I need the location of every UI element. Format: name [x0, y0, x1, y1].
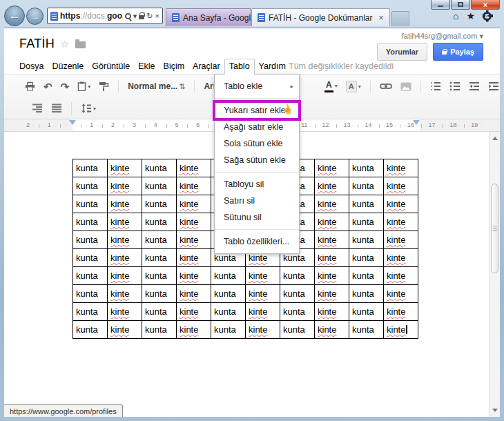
- comments-button[interactable]: Yorumlar: [377, 43, 427, 61]
- table-cell[interactable]: kinte: [108, 249, 142, 267]
- table-menu-item[interactable]: Satırı sil: [215, 193, 299, 209]
- table-cell[interactable]: kunta: [142, 321, 177, 339]
- table-cell[interactable]: kinte: [177, 159, 211, 177]
- table-menu-item[interactable]: Aşağı satır ekle: [215, 119, 299, 135]
- table-cell[interactable]: kinte: [315, 213, 349, 231]
- table-cell[interactable]: kinte: [246, 285, 280, 303]
- table-cell[interactable]: kinte: [246, 267, 280, 285]
- table-cell[interactable]: kunta: [142, 195, 177, 213]
- insert-image-button[interactable]: [398, 80, 414, 93]
- line-spacing-button[interactable]: ▾: [78, 101, 99, 115]
- table-cell[interactable]: kunta: [73, 159, 108, 177]
- minimize-button[interactable]: [431, 0, 450, 10]
- account-menu[interactable]: fatih44srg@gmail.com ▾: [402, 32, 483, 41]
- table-cell[interactable]: kunta: [211, 303, 246, 321]
- table-cell[interactable]: kunta: [211, 321, 246, 339]
- table-cell[interactable]: kunta: [73, 285, 108, 303]
- star-document-icon[interactable]: ☆: [60, 38, 69, 50]
- table-menu-item[interactable]: Sağa sütun ekle: [215, 152, 299, 168]
- table-cell[interactable]: kinte: [315, 177, 349, 195]
- left-indent-marker[interactable]: [69, 120, 76, 125]
- table-cell[interactable]: kinte: [384, 249, 418, 267]
- table-cell[interactable]: kinte: [246, 321, 280, 339]
- table-cell[interactable]: kinte: [177, 321, 211, 339]
- table-cell[interactable]: kinte: [315, 195, 349, 213]
- table-cell[interactable]: kunta: [142, 213, 177, 231]
- gear-icon[interactable]: [483, 12, 492, 21]
- table-cell[interactable]: kinte: [315, 231, 349, 249]
- back-button[interactable]: ←: [4, 6, 25, 26]
- tab-close-icon[interactable]: ×: [379, 13, 384, 23]
- table-cell[interactable]: kunta: [349, 213, 384, 231]
- table-cell[interactable]: kunta: [280, 267, 315, 285]
- forward-button[interactable]: →: [26, 8, 43, 25]
- table-cell[interactable]: kinte: [384, 303, 418, 321]
- refresh-icon[interactable]: ↻: [146, 12, 153, 20]
- table-cell[interactable]: kinte: [315, 267, 349, 285]
- table-cell[interactable]: kunta: [73, 195, 108, 213]
- bulleted-list-button[interactable]: [447, 79, 463, 93]
- table-cell[interactable]: kinte: [177, 249, 211, 267]
- table-cell[interactable]: kunta: [349, 231, 384, 249]
- table-cell[interactable]: kinte: [315, 285, 349, 303]
- table-cell[interactable]: kinte: [177, 177, 211, 195]
- table-cell[interactable]: kinte: [384, 177, 418, 195]
- table-cell[interactable]: kinte: [246, 303, 280, 321]
- table-cell[interactable]: kunta: [280, 303, 315, 321]
- increase-indent-button[interactable]: [485, 79, 502, 93]
- menu-ekle[interactable]: Ekle: [134, 59, 159, 73]
- align-right-button[interactable]: [29, 101, 46, 115]
- text-color-button[interactable]: A ▾: [322, 78, 340, 94]
- table-cell[interactable]: kinte: [108, 213, 142, 231]
- table-cell[interactable]: kinte: [177, 285, 211, 303]
- scroll-up-button[interactable]: [490, 133, 499, 144]
- table-menu-item[interactable]: Yukarı satır ekle☝: [215, 102, 299, 119]
- table-cell[interactable]: kinte: [315, 321, 349, 339]
- table-menu-item[interactable]: Tablo ekle▸: [215, 78, 299, 95]
- table-cell[interactable]: kinte: [108, 159, 142, 177]
- table-cell[interactable]: kunta: [349, 249, 384, 267]
- maximize-button[interactable]: [451, 0, 470, 10]
- new-tab-button[interactable]: [391, 11, 409, 26]
- table-cell[interactable]: kunta: [349, 195, 384, 213]
- stop-icon[interactable]: ×: [155, 12, 159, 20]
- table-cell[interactable]: kunta: [142, 177, 177, 195]
- folder-icon[interactable]: [75, 41, 86, 48]
- table-cell[interactable]: kunta: [349, 285, 384, 303]
- menu-biçim[interactable]: Biçim: [159, 59, 189, 73]
- table-cell[interactable]: kinte: [384, 195, 418, 213]
- menu-araçlar[interactable]: Araçlar: [188, 59, 224, 73]
- table-cell[interactable]: kinte: [177, 303, 211, 321]
- table-cell[interactable]: kinte: [315, 159, 349, 177]
- insert-link-button[interactable]: [377, 80, 395, 92]
- styles-dropdown[interactable]: Normal me... ⇅: [125, 79, 188, 93]
- table-cell[interactable]: kunta: [349, 177, 384, 195]
- table-cell[interactable]: kunta: [349, 267, 384, 285]
- table-cell[interactable]: kinte: [108, 303, 142, 321]
- table-cell[interactable]: kinte: [108, 195, 142, 213]
- share-button[interactable]: Paylaş: [433, 43, 483, 61]
- table-cell[interactable]: kinte: [108, 177, 142, 195]
- print-button[interactable]: [22, 79, 38, 93]
- table-cell[interactable]: kunta: [73, 231, 108, 249]
- table-cell[interactable]: kunta: [142, 249, 177, 267]
- table-cell[interactable]: kinte: [384, 231, 418, 249]
- decrease-indent-button[interactable]: [466, 79, 483, 93]
- table-cell[interactable]: kinte: [108, 285, 142, 303]
- table-cell[interactable]: kinte: [177, 195, 211, 213]
- table-cell[interactable]: kunta: [349, 321, 384, 339]
- table-cell[interactable]: kinte: [384, 213, 418, 231]
- table-cell[interactable]: kinte: [177, 267, 211, 285]
- table-cell[interactable]: kinte: [384, 159, 418, 177]
- table-cell[interactable]: kunta: [73, 213, 108, 231]
- close-window-button[interactable]: ×: [471, 0, 500, 10]
- scroll-down-button[interactable]: [490, 405, 499, 415]
- table-cell[interactable]: kinte: [384, 285, 418, 303]
- tab-ana-sayfa[interactable]: Ana Sayfa - Google Dokümanlar: [166, 8, 251, 26]
- table-cell[interactable]: kunta: [280, 285, 315, 303]
- table-cell[interactable]: kunta: [73, 177, 108, 195]
- table-cell[interactable]: kunta: [73, 321, 108, 339]
- table-cell[interactable]: kinte: [315, 249, 349, 267]
- table-cell[interactable]: kunta: [280, 321, 315, 339]
- table-cell[interactable]: kinte: [108, 231, 142, 249]
